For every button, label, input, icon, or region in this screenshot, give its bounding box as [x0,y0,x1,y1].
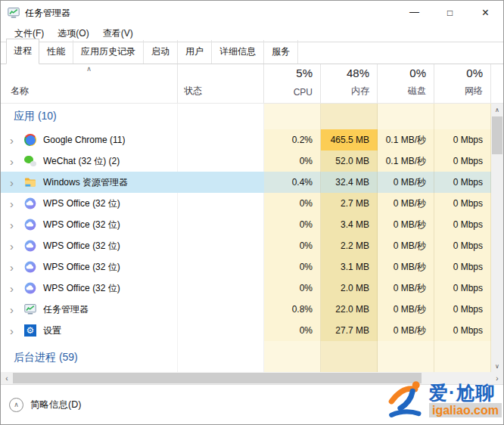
scroll-up-icon[interactable]: ∧ [491,104,503,116]
column-header-memory[interactable]: 48% 内存 [321,64,378,103]
tab-processes[interactable]: 进程 [6,39,39,64]
process-name: WPS Office (32 位) [43,240,120,253]
tab-details[interactable]: 详细信息 [212,40,264,64]
tab-users[interactable]: 用户 [178,40,212,64]
cpu-header-label: CPU [294,87,313,98]
close-icon: × [482,6,489,20]
window-title: 任务管理器 [25,7,70,20]
process-name-cell: ›Google Chrome (11) [1,129,178,150]
process-name: 任务管理器 [43,303,89,316]
watermark: 爱·尬聊 igaliao.com [387,378,502,422]
process-row[interactable]: ›任务管理器0.8%22.0 MB0 MB/秒0 Mbps [1,299,503,320]
process-row[interactable]: ›WPS Office (32 位)0%3.1 MB0 MB/秒0 Mbps [1,256,503,278]
column-header-cpu[interactable]: 5% CPU [264,64,321,103]
chrome-icon [24,134,36,146]
network-total-value: 0% [466,67,483,79]
disk-cell: 0.1 MB/秒 [378,150,434,172]
process-name: WPS Office (32 位) [43,219,120,231]
sort-ascending-icon: ∧ [86,65,92,73]
cpu-cell: 0.2% [264,129,321,150]
network-header-label: 网络 [465,85,483,98]
status-cell [178,104,264,129]
column-header-disk[interactable]: 0% 磁盘 [378,64,434,103]
cpu-cell: 0% [264,193,321,214]
network-cell: 0 Mbps [434,256,491,278]
network-cell: 0 Mbps [434,214,491,235]
cpu-cell [264,341,321,371]
chevron-right-icon[interactable]: › [10,177,19,188]
cpu-cell [264,104,321,129]
window-controls: — □ × [397,1,503,25]
chevron-right-icon[interactable]: › [10,325,19,337]
network-cell: 0 Mbps [434,172,491,193]
column-header-name[interactable]: ∧ 名称 [1,64,178,103]
group-row[interactable]: 后台进程 (59) [1,341,503,371]
process-row[interactable]: ›⚙设置0%27.7 MB0 MB/秒0 Mbps [1,320,503,341]
process-row[interactable]: ›WPS Office (32 位)0%2.2 MB0 MB/秒0 Mbps [1,235,503,256]
disk-header-label: 磁盘 [408,85,426,98]
tab-app-history[interactable]: 应用历史记录 [73,40,144,64]
memory-cell: 32.4 MB [321,172,378,193]
chevron-right-icon[interactable]: › [10,240,19,252]
disk-cell: 0 MB/秒 [378,193,434,214]
minimize-button[interactable]: — [397,1,432,25]
chevron-right-icon[interactable]: › [10,283,19,294]
process-name: WPS Office (32 位) [43,282,120,295]
chevron-right-icon[interactable]: › [10,219,19,231]
horizontal-scrollbar-thumb[interactable] [13,373,422,383]
menu-bar: 文件(F) 选项(O) 查看(V) [1,25,503,42]
process-name-cell: ›任务管理器 [1,299,178,320]
chevron-right-icon[interactable]: › [10,135,19,146]
process-row[interactable]: ›Windows 资源管理器0.4%32.4 MB0 MB/秒0 Mbps [1,172,503,193]
fewer-details-button[interactable]: 简略信息(D) [30,399,81,411]
status-cell [178,150,264,172]
process-name-cell: ›WPS Office (32 位) [1,256,178,278]
memory-cell: 52.0 MB [321,150,378,172]
cpu-cell: 0% [264,256,321,278]
process-row[interactable]: ›WPS Office (32 位)0%2.0 MB0 MB/秒0 Mbps [1,278,503,299]
disk-cell: 0 MB/秒 [378,235,434,256]
status-cell [178,278,264,299]
file-explorer-icon [24,176,36,188]
scroll-left-icon[interactable]: ‹ [1,372,13,384]
process-name-cell: ›⚙设置 [1,320,178,341]
maximize-button[interactable]: □ [432,1,468,25]
memory-cell: 22.0 MB [321,299,378,320]
memory-cell: 2.7 MB [321,193,378,214]
tab-services[interactable]: 服务 [264,40,298,64]
minimize-icon: — [409,6,419,17]
tab-performance[interactable]: 性能 [39,40,73,64]
disk-cell: 0 MB/秒 [378,214,434,235]
wps-office-icon [24,240,36,252]
chevron-right-icon[interactable]: › [10,156,19,167]
close-button[interactable]: × [468,1,503,25]
tab-startup[interactable]: 启动 [144,40,178,64]
disk-cell: 0 MB/秒 [378,278,434,299]
status-cell [178,341,264,371]
chevron-right-icon[interactable]: › [10,304,19,315]
disk-cell: 0 MB/秒 [378,172,434,193]
process-row[interactable]: ›Google Chrome (11)0.2%465.5 MB0.1 MB/秒0… [1,129,503,150]
group-name-cell: 后台进程 (59) [1,341,178,371]
status-cell [178,235,264,256]
process-name: WeChat (32 位) (2) [43,155,120,168]
column-header-network[interactable]: 0% 网络 [434,64,491,103]
status-cell [178,193,264,214]
fewer-details-icon[interactable]: ∧ [9,398,23,412]
network-cell: 0 Mbps [434,193,491,214]
cpu-total-value: 5% [296,67,313,79]
vertical-scrollbar-thumb[interactable] [492,116,502,154]
vertical-scrollbar[interactable]: ∧ ∨ [491,104,503,372]
chevron-right-icon[interactable]: › [10,262,19,273]
process-row[interactable]: ›WeChat (32 位) (2)0%52.0 MB0.1 MB/秒0 Mbp… [1,150,503,172]
cpu-cell: 0% [264,150,321,172]
settings-gear-icon: ⚙ [24,324,36,337]
scroll-down-icon[interactable]: ∨ [491,360,503,372]
chevron-right-icon[interactable]: › [10,198,19,209]
column-header-status[interactable]: 状态 [178,64,264,103]
wps-office-icon [24,219,36,231]
network-cell: 0 Mbps [434,278,491,299]
process-row[interactable]: ›WPS Office (32 位)0%3.4 MB0 MB/秒0 Mbps [1,214,503,235]
process-row[interactable]: ›WPS Office (32 位)0%2.7 MB0 MB/秒0 Mbps [1,193,503,214]
group-row[interactable]: 应用 (10) [1,104,503,129]
